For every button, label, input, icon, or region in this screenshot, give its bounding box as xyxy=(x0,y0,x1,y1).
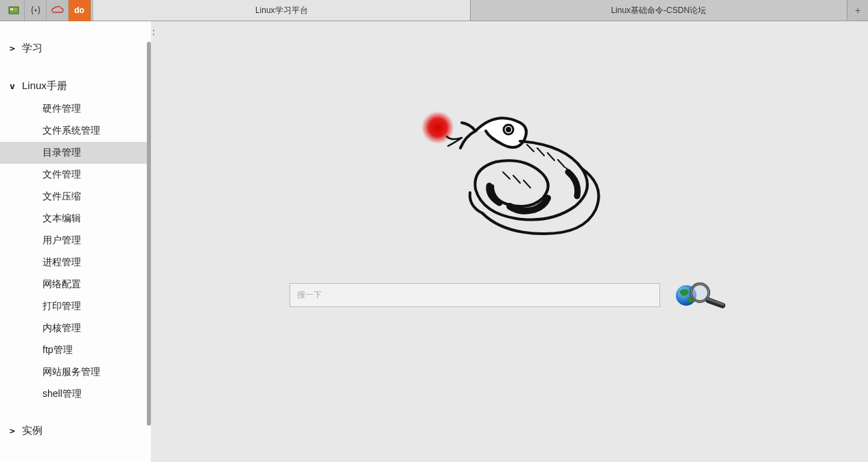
tabbar-icon-group: do xyxy=(0,0,93,21)
nav-item-process[interactable]: 进程管理 xyxy=(0,252,147,273)
nav-section-linux-manual: v Linux手册 硬件管理 文件系统管理 目录管理 文件管理 文件压缩 文本编… xyxy=(0,74,147,405)
tabbar-icon-1[interactable] xyxy=(3,0,25,21)
nav-item-hardware[interactable]: 硬件管理 xyxy=(0,98,147,120)
nav-header-linux-manual[interactable]: v Linux手册 xyxy=(0,74,147,98)
nav-item-kernel[interactable]: 内核管理 xyxy=(0,317,147,339)
globe-magnifier-icon xyxy=(672,280,730,309)
search-button[interactable] xyxy=(672,280,730,309)
workspace: > 学习 v Linux手册 硬件管理 文件系统管理 目录管理 文件管理 文件压… xyxy=(0,21,868,462)
tab-inactive-label: Linux基础命令-CSDN论坛 xyxy=(611,5,706,16)
nav-item-compress[interactable]: 文件压缩 xyxy=(0,186,147,208)
nav-header-examples-label: 实例 xyxy=(22,424,43,437)
chevron-down-icon: v xyxy=(10,81,15,91)
svg-rect-1 xyxy=(10,8,13,10)
tab-active[interactable]: Linux学习平台 xyxy=(93,0,471,21)
plus-icon: + xyxy=(855,5,860,16)
nav-item-user[interactable]: 用户管理 xyxy=(0,230,147,252)
chevron-right-icon: > xyxy=(10,43,15,53)
nav-item-shell[interactable]: shell管理 xyxy=(0,383,147,405)
nav-item-directory[interactable]: 目录管理 xyxy=(0,142,147,164)
nav-section-study: > 学习 xyxy=(0,36,147,60)
nav-header-study-label: 学习 xyxy=(22,42,43,55)
nav-header-examples[interactable]: > 实例 xyxy=(0,419,147,443)
nav-item-network[interactable]: 网络配置 xyxy=(0,273,147,295)
content-area: : xyxy=(151,21,868,462)
search-input[interactable] xyxy=(290,283,660,307)
logo-snake xyxy=(407,104,613,241)
sidebar: > 学习 v Linux手册 硬件管理 文件系统管理 目录管理 文件管理 文件压… xyxy=(0,21,147,462)
nav-item-filesystem[interactable]: 文件系统管理 xyxy=(0,120,147,142)
browser-tabbar: do Linux学习平台 Linux基础命令-CSDN论坛 + xyxy=(0,0,868,21)
tab-active-label: Linux学习平台 xyxy=(255,5,308,16)
tab-inactive[interactable]: Linux基础命令-CSDN论坛 xyxy=(471,0,848,21)
content-colon: : xyxy=(152,27,155,37)
svg-point-3 xyxy=(34,10,36,12)
svg-point-6 xyxy=(507,128,510,131)
tabbar-icon-2[interactable] xyxy=(25,0,47,21)
search-row xyxy=(290,280,730,309)
nav-header-study[interactable]: > 学习 xyxy=(0,36,147,60)
tabbar-icon-do[interactable]: do xyxy=(69,0,91,21)
svg-rect-2 xyxy=(14,8,17,10)
nav-sub-linux-manual: 硬件管理 文件系统管理 目录管理 文件管理 文件压缩 文本编辑 用户管理 进程管… xyxy=(0,98,147,405)
nav-item-ftp[interactable]: ftp管理 xyxy=(0,339,147,361)
sidebar-container: > 学习 v Linux手册 硬件管理 文件系统管理 目录管理 文件管理 文件压… xyxy=(0,21,151,462)
nav-section-examples: > 实例 xyxy=(0,419,147,443)
nav-item-web-service[interactable]: 网站服务管理 xyxy=(0,361,147,383)
tab-add-button[interactable]: + xyxy=(847,0,868,21)
nav-item-text-edit[interactable]: 文本编辑 xyxy=(0,208,147,230)
tabbar-icon-cloud[interactable] xyxy=(47,0,69,21)
nav-header-linux-manual-label: Linux手册 xyxy=(22,80,67,93)
chevron-right-icon: > xyxy=(10,426,15,436)
tabbar-icon-do-label: do xyxy=(74,5,84,15)
nav-item-file[interactable]: 文件管理 xyxy=(0,164,147,186)
nav-item-print[interactable]: 打印管理 xyxy=(0,295,147,317)
